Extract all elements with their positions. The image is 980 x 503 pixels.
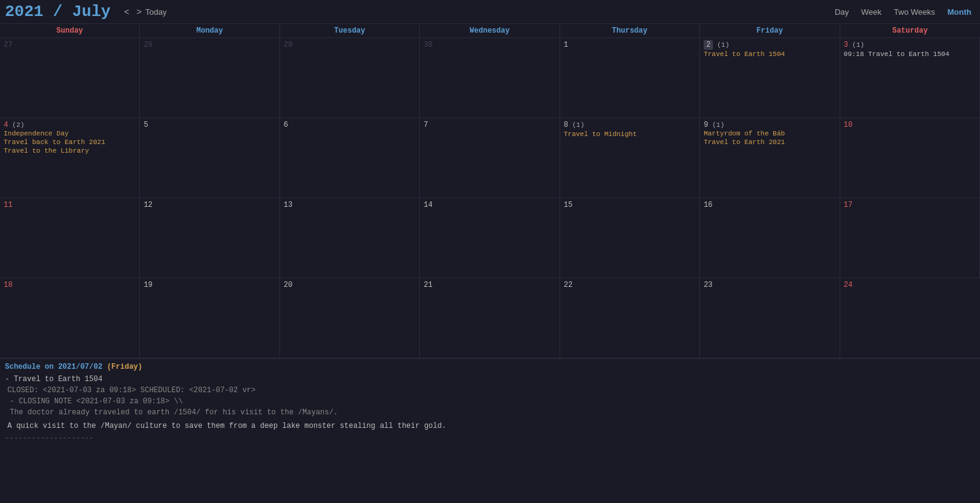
calendar-grid: 2728293012 (1)Travel to Earth 15043 (1)0…: [0, 38, 980, 358]
day-header-wednesday: Wednesday: [420, 24, 560, 38]
cal-cell-20[interactable]: 17: [840, 198, 980, 278]
cell-event[interactable]: Travel to Midnight: [564, 131, 696, 138]
cal-cell-9[interactable]: 6: [280, 118, 420, 198]
cal-cell-1[interactable]: 28: [140, 38, 279, 118]
cell-day-number: 14: [424, 201, 432, 209]
cell-day-number: 19: [143, 281, 152, 289]
schedule-title: Schedule on 2021/07/02 (Friday): [5, 363, 975, 371]
cal-cell-18[interactable]: 15: [560, 198, 700, 278]
cell-day-number: 18: [4, 281, 12, 289]
cal-cell-4[interactable]: 1: [560, 38, 700, 118]
cal-cell-26[interactable]: 23: [700, 278, 840, 358]
schedule-title-text: Schedule on 2021/07/02: [5, 363, 102, 371]
nav-prev-button[interactable]: <: [121, 6, 133, 18]
cell-day-number: 2: [704, 40, 713, 50]
cell-badge: (2): [8, 121, 24, 129]
cal-cell-13[interactable]: 10: [840, 118, 980, 198]
cell-day-number: 27: [4, 41, 12, 49]
cell-event[interactable]: Travel to Earth 1504: [704, 50, 835, 58]
schedule-title-day: (Friday): [107, 363, 143, 371]
cell-day-number: 1: [564, 41, 568, 49]
day-header-saturday: Saturday: [840, 24, 980, 38]
day-header-sunday: Sunday: [0, 24, 140, 38]
cell-holiday: Martyrdom of the Báb: [704, 130, 835, 137]
cell-day-number: 20: [284, 281, 292, 289]
cell-day-number: 10: [844, 121, 853, 129]
day-header-thursday: Thursday: [560, 24, 700, 38]
cell-day-number: 17: [844, 201, 853, 209]
cell-event[interactable]: 09:18 Travel to Earth 1504: [844, 50, 976, 58]
cal-cell-10[interactable]: 7: [420, 118, 560, 198]
cell-day-number: 28: [143, 41, 152, 49]
cell-day-number: 16: [704, 201, 712, 209]
cal-cell-8[interactable]: 5: [140, 118, 279, 198]
calendar-header: 2021 / July < > Today Day Week Two Weeks…: [0, 0, 980, 24]
schedule-meta: CLOSED: <2021-07-03 za 09:18> SCHEDULED:…: [7, 386, 975, 395]
cell-day-number: 15: [564, 201, 572, 209]
cell-badge: (1): [568, 121, 584, 129]
cal-cell-3[interactable]: 30: [420, 38, 560, 118]
cell-day-number: 6: [284, 121, 288, 129]
view-two-weeks-button[interactable]: Two Weeks: [890, 6, 939, 18]
title-slash: /: [43, 2, 72, 21]
cal-cell-12[interactable]: 9 (1)Martyrdom of the BábTravel to Earth…: [700, 118, 840, 198]
cell-day-number: 11: [4, 201, 12, 209]
nav-today-button[interactable]: Today: [145, 7, 167, 17]
cell-holiday: Independence Day: [4, 130, 135, 137]
cal-cell-27[interactable]: 24: [840, 278, 980, 358]
cell-day-number: 8: [564, 121, 568, 129]
cell-event[interactable]: Travel to the Library: [4, 147, 135, 155]
cell-day-number: 22: [564, 281, 572, 289]
cal-cell-14[interactable]: 11: [0, 198, 140, 278]
cal-cell-15[interactable]: 12: [140, 198, 279, 278]
cell-day-number: 30: [424, 41, 432, 49]
cal-cell-7[interactable]: 4 (2)Independence DayTravel back to Eart…: [0, 118, 140, 198]
cal-cell-25[interactable]: 22: [560, 278, 700, 358]
cal-cell-17[interactable]: 14: [420, 198, 560, 278]
cell-day-number: 24: [844, 281, 853, 289]
cal-cell-0[interactable]: 27: [0, 38, 140, 118]
calendar-title: 2021 / July: [5, 2, 111, 21]
nav-next-button[interactable]: >: [133, 6, 145, 18]
cell-day-number: 3: [844, 41, 848, 49]
cal-cell-21[interactable]: 18: [0, 278, 140, 358]
cal-cell-24[interactable]: 21: [420, 278, 560, 358]
cell-day-number: 29: [284, 41, 292, 49]
schedule-desc: A quick visit to the /Mayan/ culture to …: [7, 422, 975, 430]
day-header-friday: Friday: [700, 24, 840, 38]
cell-badge: (1): [713, 41, 729, 49]
day-header-monday: Monday: [140, 24, 279, 38]
cell-event[interactable]: Travel back to Earth 2021: [4, 139, 135, 146]
schedule-panel: Schedule on 2021/07/02 (Friday) - Travel…: [0, 358, 980, 446]
cal-cell-11[interactable]: 8 (1)Travel to Midnight: [560, 118, 700, 198]
cell-day-number: 5: [143, 121, 148, 129]
cell-day-number: 21: [424, 281, 432, 289]
cell-day-number: 7: [424, 121, 428, 129]
title-month: July: [72, 2, 110, 21]
view-week-button[interactable]: Week: [857, 6, 885, 18]
cell-day-number: 12: [143, 201, 152, 209]
cell-day-number: 23: [704, 281, 712, 289]
schedule-divider: --------------------: [5, 434, 975, 443]
view-day-button[interactable]: Day: [831, 6, 853, 18]
day-header-tuesday: Tuesday: [280, 24, 420, 38]
cal-cell-5[interactable]: 2 (1)Travel to Earth 1504: [700, 38, 840, 118]
day-headers-row: Sunday Monday Tuesday Wednesday Thursday…: [0, 24, 980, 38]
cell-badge: (1): [848, 41, 864, 49]
cal-cell-6[interactable]: 3 (1)09:18 Travel to Earth 1504: [840, 38, 980, 118]
schedule-note-1: The doctor already traveled to earth /15…: [10, 408, 975, 417]
schedule-item-title: - Travel to Earth 1504: [5, 375, 975, 384]
title-year: 2021: [5, 2, 43, 21]
cell-day-number: 13: [284, 201, 292, 209]
cal-cell-22[interactable]: 19: [140, 278, 279, 358]
cal-cell-23[interactable]: 20: [280, 278, 420, 358]
cal-cell-19[interactable]: 16: [700, 198, 840, 278]
view-month-button[interactable]: Month: [944, 6, 975, 18]
cal-cell-16[interactable]: 13: [280, 198, 420, 278]
cal-cell-2[interactable]: 29: [280, 38, 420, 118]
view-buttons-group: Day Week Two Weeks Month: [831, 6, 975, 18]
cell-badge: (1): [708, 121, 724, 129]
schedule-note-0: - CLOSING NOTE <2021-07-03 za 09:18> \\: [10, 397, 975, 406]
cell-event[interactable]: Travel to Earth 2021: [704, 139, 835, 146]
